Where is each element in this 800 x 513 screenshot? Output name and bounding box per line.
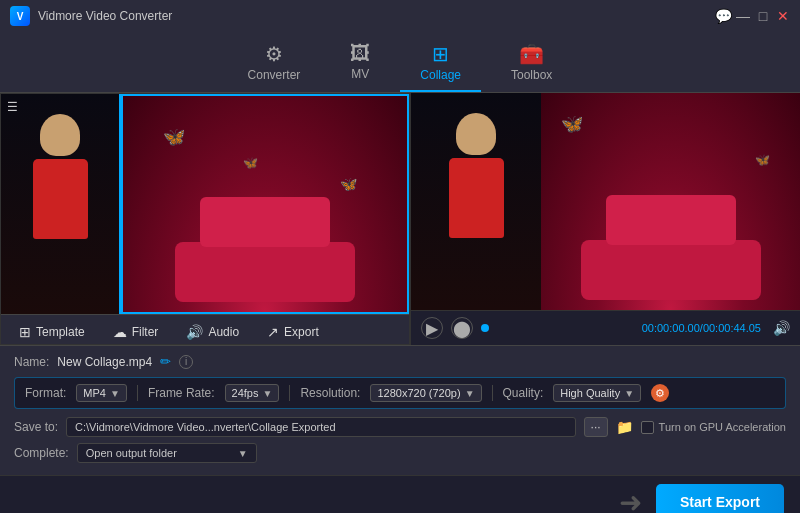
preview-person-body xyxy=(449,158,504,238)
preview-butterfly-1: 🦋 xyxy=(561,113,583,135)
start-export-button[interactable]: Start Export xyxy=(656,484,784,513)
preview-cell-person xyxy=(411,93,541,310)
stop-button[interactable]: ⬤ xyxy=(451,317,473,339)
audio-icon: 🔊 xyxy=(186,324,203,340)
person-preview xyxy=(1,94,119,314)
save-path: C:\Vidmore\Vidmore Video...nverter\Colla… xyxy=(66,417,576,437)
window-controls: 💬 — □ ✕ xyxy=(716,9,790,23)
app-logo: V xyxy=(10,6,30,26)
person-head xyxy=(40,114,80,156)
converter-icon: ⚙ xyxy=(265,42,283,66)
format-chevron: ▼ xyxy=(110,388,120,399)
folder-icon[interactable]: 📁 xyxy=(616,419,633,435)
format-select[interactable]: MP4 ▼ xyxy=(76,384,127,402)
gpu-checkbox-box xyxy=(641,421,654,434)
cake-tier-1 xyxy=(175,242,355,302)
playback-bar: ▶ ⬤ 00:00:00.00/00:00:44.05 🔊 xyxy=(411,310,800,345)
preview-cell-cake: 🦋 🦋 xyxy=(541,93,800,310)
complete-chevron: ▼ xyxy=(238,448,248,459)
audio-button[interactable]: 🔊 Audio xyxy=(180,321,245,343)
minimize-button[interactable]: — xyxy=(736,9,750,23)
quality-settings-icon[interactable]: ⚙ xyxy=(651,384,669,402)
preview-person xyxy=(411,93,541,310)
tab-mv[interactable]: 🖼 MV xyxy=(330,36,390,92)
divider-3 xyxy=(492,385,493,401)
footer-area: ➜ Start Export xyxy=(0,475,800,513)
video-cell-person[interactable]: ☰ xyxy=(1,94,121,314)
save-row: Save to: C:\Vidmore\Vidmore Video...nver… xyxy=(14,417,786,437)
tab-converter[interactable]: ⚙ Converter xyxy=(228,36,321,92)
maximize-button[interactable]: □ xyxy=(756,9,770,23)
quality-chevron: ▼ xyxy=(624,388,634,399)
left-panel: ☰ ☰ 🦋 🦋 🦋 ⊞ xyxy=(0,93,410,345)
collage-icon: ⊞ xyxy=(432,42,449,66)
framerate-select[interactable]: 24fps ▼ xyxy=(225,384,280,402)
filter-button[interactable]: ☁ Filter xyxy=(107,321,165,343)
settings-panel: Name: New Collage.mp4 ✏ i Format: MP4 ▼ … xyxy=(0,345,800,475)
nav-bar: ⚙ Converter 🖼 MV ⊞ Collage 🧰 Toolbox xyxy=(0,32,800,93)
preview-person-head xyxy=(456,113,496,155)
filter-icon: ☁ xyxy=(113,324,127,340)
volume-icon[interactable]: 🔊 xyxy=(773,320,790,336)
divider-2 xyxy=(289,385,290,401)
complete-row: Complete: Open output folder ▼ xyxy=(14,443,786,463)
template-icon: ⊞ xyxy=(19,324,31,340)
name-value: New Collage.mp4 xyxy=(57,355,152,369)
complete-select[interactable]: Open output folder ▼ xyxy=(77,443,257,463)
browse-button[interactable]: ··· xyxy=(584,417,608,437)
toolbox-icon: 🧰 xyxy=(519,42,544,66)
chat-button[interactable]: 💬 xyxy=(716,9,730,23)
arrow-decoration: ➜ xyxy=(619,486,642,514)
tab-toolbox[interactable]: 🧰 Toolbox xyxy=(491,36,572,92)
template-button[interactable]: ⊞ Template xyxy=(13,321,91,343)
butterfly-3: 🦋 xyxy=(243,156,258,170)
name-row: Name: New Collage.mp4 ✏ i xyxy=(14,354,786,369)
preview-area: 🦋 🦋 xyxy=(411,93,800,310)
format-row: Format: MP4 ▼ Frame Rate: 24fps ▼ Resolu… xyxy=(14,377,786,409)
framerate-chevron: ▼ xyxy=(262,388,272,399)
main-panels: ☰ ☰ 🦋 🦋 🦋 ⊞ xyxy=(0,93,800,345)
time-display: 00:00:00.00/00:00:44.05 xyxy=(642,322,761,334)
preview-butterfly-2: 🦋 xyxy=(755,153,770,167)
title-bar: V Vidmore Video Converter 💬 — □ ✕ xyxy=(0,0,800,32)
edit-name-icon[interactable]: ✏ xyxy=(160,354,171,369)
preview-cake: 🦋 🦋 xyxy=(541,93,800,310)
close-button[interactable]: ✕ xyxy=(776,9,790,23)
preview-cake-tier-1 xyxy=(581,240,761,300)
right-panel: 🦋 🦋 ▶ ⬤ 00:00:00.00/00:00:44.05 🔊 xyxy=(410,93,800,345)
resolution-select[interactable]: 1280x720 (720p) ▼ xyxy=(370,384,481,402)
cake-preview: 🦋 🦋 🦋 xyxy=(123,96,407,312)
export-button[interactable]: ↗ Export xyxy=(261,321,325,343)
butterfly-1: 🦋 xyxy=(163,126,185,148)
divider-1 xyxy=(137,385,138,401)
person-body xyxy=(33,159,88,239)
resolution-chevron: ▼ xyxy=(465,388,475,399)
info-icon[interactable]: i xyxy=(179,355,193,369)
preview-cake-tier-2 xyxy=(606,195,736,245)
tab-collage[interactable]: ⊞ Collage xyxy=(400,36,481,92)
app-title: Vidmore Video Converter xyxy=(38,9,716,23)
video-cell-cake[interactable]: ☰ 🦋 🦋 🦋 xyxy=(121,94,409,314)
quality-select[interactable]: High Quality ▼ xyxy=(553,384,641,402)
video-grid: ☰ ☰ 🦋 🦋 🦋 xyxy=(1,94,409,314)
gpu-acceleration-toggle[interactable]: Turn on GPU Acceleration xyxy=(641,421,786,434)
cake-tier-2 xyxy=(200,197,330,247)
mv-icon: 🖼 xyxy=(350,42,370,65)
export-icon: ↗ xyxy=(267,324,279,340)
bottom-toolbar: ⊞ Template ☁ Filter 🔊 Audio ↗ Export xyxy=(1,314,409,345)
video-cell-icon-left: ☰ xyxy=(7,100,18,114)
progress-indicator xyxy=(481,324,489,332)
play-button[interactable]: ▶ xyxy=(421,317,443,339)
butterfly-2: 🦋 xyxy=(340,176,357,192)
